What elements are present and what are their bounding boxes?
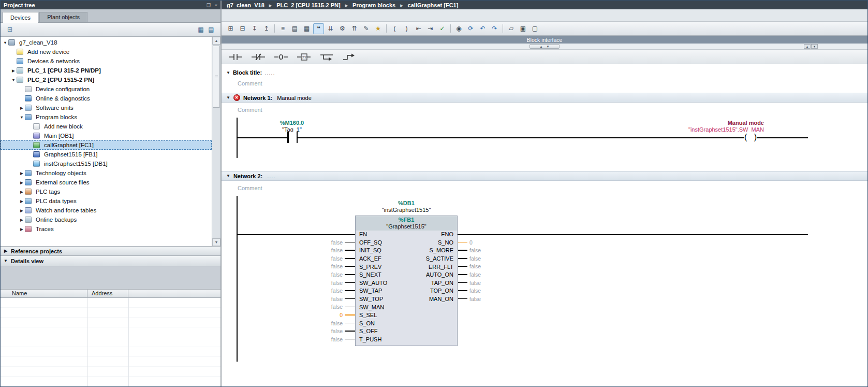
output-pin-label[interactable]: TAP_ON — [426, 279, 453, 288]
tree-item-plc1[interactable]: ▶ PLC_1 [CPU 315-2 PN/DP] — [1, 66, 212, 75]
tab-plant-objects[interactable]: Plant objects — [39, 12, 87, 22]
tree-item-plc-tags[interactable]: ▶ PLC tags — [1, 187, 212, 196]
tree-item-plc2[interactable]: ▼ PLC_2 [CPU 1515-2 PN] — [1, 75, 212, 84]
float-panel-icon[interactable]: ❐ — [207, 3, 211, 8]
breadcrumb-item[interactable]: PLC_2 [CPU 1515-2 PN] — [276, 2, 348, 8]
nc-contact-icon[interactable] — [249, 51, 267, 63]
collapse-arrow-icon[interactable]: ▼ — [3, 259, 8, 263]
scroll-up-icon[interactable]: ▲ — [804, 44, 811, 49]
expand-all-networks-icon[interactable]: ⇊ — [325, 23, 336, 34]
block-title-placeholder[interactable]: ..... — [264, 69, 275, 76]
expand-arrow-icon[interactable]: ▶ — [19, 218, 25, 222]
expand-arrow-icon[interactable]: ▼ — [2, 40, 8, 45]
coil-icon[interactable] — [272, 51, 290, 63]
input-value[interactable]: false — [299, 280, 345, 286]
output-value[interactable]: false — [467, 296, 481, 302]
favorites-icon[interactable]: ★ — [373, 23, 384, 34]
output-value[interactable]: 0 — [467, 239, 473, 246]
interface-splitter-handle[interactable]: ▲▼ — [529, 44, 560, 49]
coil-operand[interactable]: Manual mode "instGraphset1515".SW_MAN — [547, 120, 764, 133]
network-2-header[interactable]: ▼ Network 2: .... — [222, 171, 867, 181]
input-pin-label[interactable]: T_PUSH — [359, 336, 387, 344]
collapse-arrow-icon[interactable]: ▼ — [226, 70, 230, 75]
expand-arrow-icon[interactable]: ▶ — [19, 180, 25, 185]
input-value[interactable]: false — [299, 320, 345, 326]
output-connection[interactable]: false — [458, 286, 520, 295]
input-value[interactable]: false — [299, 296, 345, 302]
output-pin-label[interactable]: S_MORE — [426, 247, 453, 255]
input-connection[interactable]: false — [299, 254, 355, 263]
input-value[interactable]: false — [299, 328, 345, 334]
tree-item-plc-data-types[interactable]: ▶ PLC data types — [1, 196, 212, 206]
update-block-calls-icon[interactable]: ⟳ — [465, 23, 476, 34]
output-value[interactable]: false — [467, 280, 481, 286]
expand-arrow-icon[interactable]: ▶ — [19, 227, 25, 232]
scroll-down-icon[interactable]: ▼ — [811, 44, 818, 49]
output-connection[interactable]: false — [458, 295, 520, 303]
input-value[interactable]: false — [299, 271, 345, 278]
fb-call-block[interactable]: %FB1 "Graphset1515" ENOFF_SQINIT_SQACK_E… — [355, 216, 458, 346]
scroll-down-icon[interactable]: ▼ — [212, 238, 220, 246]
input-pin-label[interactable]: OFF_SQ — [359, 239, 387, 247]
input-value[interactable]: false — [299, 263, 345, 269]
call-environment-icon[interactable]: ▱ — [506, 23, 517, 34]
coil-symbol[interactable]: () — [744, 132, 757, 143]
block-interface-bar[interactable]: Block interface — [222, 36, 867, 44]
scroll-up-icon[interactable]: ▲ — [212, 37, 220, 45]
tree-item-online-backups[interactable]: ▶ Online backups — [1, 215, 212, 224]
toggle-network-comments-icon[interactable]: ❝ — [313, 23, 324, 34]
input-pin-label[interactable]: S_ON — [359, 320, 387, 328]
insert-row-icon[interactable]: ↧ — [249, 23, 260, 34]
redo-icon[interactable]: ↷ — [489, 23, 500, 34]
network-2-title[interactable]: .... — [267, 173, 275, 179]
operand-settings-icon[interactable]: ⚙ — [337, 23, 348, 34]
input-pin-label[interactable]: S_NEXT — [359, 271, 387, 279]
output-value[interactable]: false — [467, 271, 481, 278]
delete-network-icon[interactable]: ⊟ — [237, 23, 248, 34]
empty-box-icon[interactable]: ?? — [295, 51, 313, 63]
input-connection[interactable]: false — [299, 238, 355, 247]
absolute-symbolic-operands-icon[interactable]: ≡ — [277, 23, 288, 34]
output-connection[interactable]: false — [458, 254, 520, 263]
block-properties-icon[interactable]: ▢ — [529, 23, 540, 34]
collapse-panel-icon[interactable]: « — [215, 3, 217, 8]
output-value[interactable]: false — [467, 263, 481, 269]
tree-item-program-blocks[interactable]: ▼ Program blocks — [1, 112, 212, 122]
tree-item-callgraphset-fc1[interactable]: callGraphset [FC1] — [1, 140, 212, 150]
no-contact-symbol[interactable] — [287, 132, 298, 143]
expand-arrow-icon[interactable]: ▶ — [10, 68, 17, 73]
collapse-arrow-icon[interactable]: ▼ — [226, 95, 230, 100]
breadcrumb-item[interactable]: Program blocks — [352, 2, 403, 8]
goto-next-error-icon[interactable]: ⇥ — [425, 23, 436, 34]
input-connection[interactable]: false — [299, 295, 355, 303]
list-view-icon[interactable]: ▤ — [206, 24, 216, 35]
coil-title[interactable]: Manual mode — [547, 120, 764, 126]
sort-icon[interactable]: ⊞ — [5, 24, 15, 35]
db-name[interactable]: "instGraphset1515" — [355, 207, 458, 213]
tree-item-device-configuration[interactable]: Device configuration — [1, 84, 212, 94]
output-connection[interactable]: false — [458, 270, 520, 279]
input-connection[interactable]: false — [299, 303, 355, 311]
expand-arrow-icon[interactable]: ▼ — [10, 78, 17, 82]
input-pin-label[interactable]: SW_AUTO — [359, 279, 387, 288]
input-pin-label[interactable]: ACK_EF — [359, 255, 387, 263]
tree-item-online-diagnostics[interactable]: Online & diagnostics — [1, 94, 212, 103]
instance-db-label[interactable]: %DB1 "instGraphset1515" — [355, 200, 458, 213]
input-value[interactable]: false — [299, 304, 345, 310]
breadcrumb-item[interactable]: g7_clean_V18 — [227, 2, 272, 8]
collapse-arrow-icon[interactable]: ▶ — [3, 249, 8, 253]
expand-arrow-icon[interactable]: ▶ — [19, 199, 25, 204]
tree-item-project-g7-clean-v18[interactable]: ▼ g7_clean_V18 — [1, 38, 212, 47]
output-connection[interactable]: false — [458, 246, 520, 254]
network-overview-icon[interactable]: ▤ — [289, 23, 300, 34]
tree-item-software-units[interactable]: ▶ Software units — [1, 103, 212, 112]
input-value[interactable]: false — [299, 239, 345, 246]
consistency-check-icon[interactable]: ✓ — [437, 23, 448, 34]
input-connection[interactable]: false — [299, 279, 355, 287]
network-1-header[interactable]: ▼ ✕ Network 1: Manual mode — [222, 93, 867, 103]
tree-item-add-new-block[interactable]: Add new block — [1, 122, 212, 131]
output-pin-label[interactable]: AUTO_ON — [426, 271, 453, 279]
monitoring-onoff-icon[interactable]: ◉ — [453, 23, 464, 34]
breadcrumb-item[interactable]: callGraphset [FC1] — [408, 2, 459, 8]
network-1-title[interactable]: Manual mode — [277, 95, 312, 101]
